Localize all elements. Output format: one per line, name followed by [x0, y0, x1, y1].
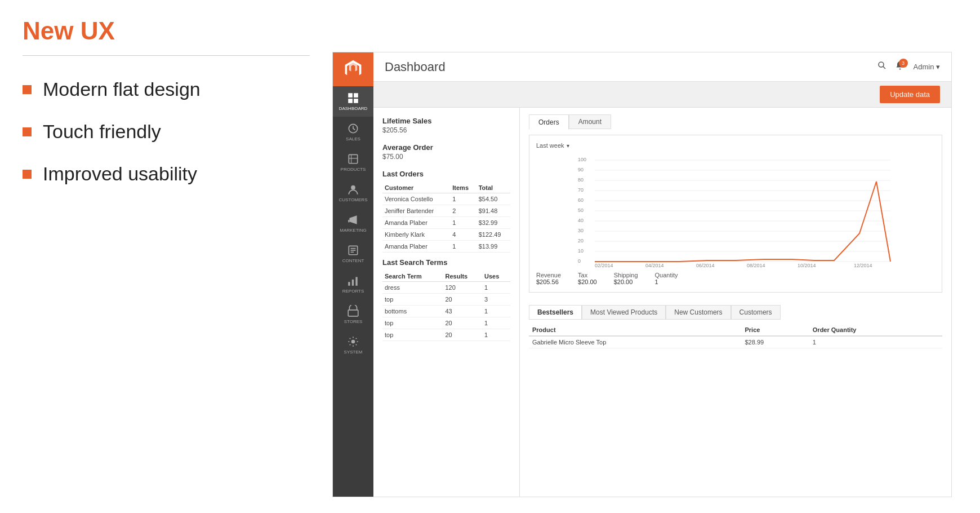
average-order-value: $75.00: [382, 153, 510, 161]
sidebar-item-reports[interactable]: REPORTS: [333, 269, 373, 299]
svg-text:60: 60: [578, 197, 583, 203]
search-term: top: [382, 317, 443, 329]
customer-name: Amanda Plaber: [382, 241, 450, 253]
bottom-tab-most-viewed-products[interactable]: Most Viewed Products: [582, 305, 666, 320]
search-term: dress: [382, 282, 443, 294]
svg-line-17: [883, 67, 885, 69]
lifetime-sales-label: Lifetime Sales: [382, 117, 510, 125]
admin-menu-button[interactable]: Admin ▾: [914, 63, 940, 71]
results-count: 20: [443, 294, 483, 306]
stat-label: Quantity: [655, 272, 678, 278]
svg-rect-3: [354, 99, 358, 103]
bullet-icon: [23, 85, 32, 94]
order-total: $13.99: [476, 241, 510, 253]
search-term: top: [382, 329, 443, 341]
chart-stat: Quantity1: [655, 272, 678, 285]
table-row: Amanda Plaber1$32.99: [382, 217, 510, 229]
right-panel: OrdersAmount Last week 100 90 80 70 60 5…: [520, 108, 951, 497]
svg-text:0: 0: [578, 258, 581, 264]
last-orders-table: Customer Items Total Veronica Costello1$…: [382, 183, 510, 253]
notifications-button[interactable]: 3: [896, 61, 905, 73]
results-count: 120: [443, 282, 483, 294]
table-row: Amanda Plaber1$13.99: [382, 241, 510, 253]
sidebar-label: CONTENT: [342, 258, 364, 263]
svg-text:12/2014: 12/2014: [854, 263, 872, 267]
table-row: top201: [382, 317, 510, 329]
customer-name: Kimberly Klark: [382, 229, 450, 241]
table-row: Veronica Costello1$54.50: [382, 193, 510, 205]
dashboard-title: Dashboard: [385, 60, 446, 74]
svg-rect-5: [349, 154, 357, 163]
bottom-tab-customers[interactable]: Customers: [731, 305, 781, 320]
sidebar-item-sales[interactable]: SALES: [333, 117, 373, 147]
sidebar-item-content[interactable]: CONTENT: [333, 238, 373, 269]
svg-text:20: 20: [578, 238, 583, 244]
action-bar: Update data: [373, 82, 951, 108]
sidebar-item-stores[interactable]: STORES: [333, 299, 373, 330]
customer-name: Amanda Plaber: [382, 217, 450, 229]
results-count: 20: [443, 329, 483, 341]
col-items: Items: [450, 183, 476, 193]
chart-tab-amount[interactable]: Amount: [569, 114, 611, 129]
svg-point-6: [351, 185, 355, 190]
col-qty: Order Quantity: [809, 324, 942, 336]
sidebar-item-marketing[interactable]: MARKETING: [333, 208, 373, 238]
chart-stat: Shipping$20.00: [614, 272, 638, 285]
chart-tab-orders[interactable]: Orders: [529, 114, 569, 130]
svg-rect-0: [348, 93, 353, 98]
svg-rect-2: [348, 99, 353, 103]
uses-count: 1: [482, 306, 510, 317]
svg-text:06/2014: 06/2014: [696, 263, 715, 267]
sidebar-label: CUSTOMERS: [339, 197, 368, 202]
svg-rect-12: [352, 280, 354, 286]
table-row: top203: [382, 294, 510, 306]
svg-point-16: [879, 62, 884, 67]
magento-logo-icon: [343, 59, 363, 79]
col-term: Search Term: [382, 271, 443, 282]
bottom-tab-new-customers[interactable]: New Customers: [666, 305, 730, 320]
items-count: 2: [450, 205, 476, 217]
dashboard-body: Lifetime Sales $205.56 Average Order $75…: [373, 108, 951, 497]
svg-text:30: 30: [578, 228, 583, 233]
stat-value: $20.00: [578, 278, 597, 285]
chart-area: 100 90 80 70 60 50 40 30 20 10 0: [536, 154, 935, 267]
svg-rect-1: [354, 93, 358, 98]
sidebar-item-customers[interactable]: CUSTOMERS: [333, 178, 373, 208]
average-order-section: Average Order $75.00: [382, 143, 510, 161]
update-data-button[interactable]: Update data: [880, 86, 940, 103]
bullet-list: Modern flat designTouch friendlyImproved…: [23, 78, 310, 185]
col-uses: Uses: [482, 271, 510, 282]
svg-text:40: 40: [578, 218, 583, 223]
svg-rect-11: [348, 282, 350, 286]
results-count: 43: [443, 306, 483, 317]
svg-text:02/2014: 02/2014: [595, 263, 613, 267]
customer-name: Veronica Costello: [382, 193, 450, 205]
table-row: dress1201: [382, 282, 510, 294]
uses-count: 1: [482, 329, 510, 341]
svg-text:100: 100: [578, 157, 586, 162]
order-qty: 1: [809, 336, 942, 348]
sidebar-item-products[interactable]: PRODUCTS: [333, 147, 373, 178]
customer-name: Jeniffer Bartender: [382, 205, 450, 217]
sidebar-item-system[interactable]: SYSTEM: [333, 330, 373, 360]
items-count: 1: [450, 217, 476, 229]
uses-count: 1: [482, 317, 510, 329]
main-content: Dashboard 3 Admin ▾: [373, 52, 951, 497]
product-name: Gabrielle Micro Sleeve Top: [529, 336, 741, 348]
chart-stat: Tax$20.00: [578, 272, 597, 285]
bottom-tabs: BestsellersMost Viewed ProductsNew Custo…: [529, 305, 942, 320]
search-button[interactable]: [877, 61, 887, 73]
uses-count: 3: [482, 294, 510, 306]
svg-text:08/2014: 08/2014: [747, 263, 765, 267]
bottom-tab-bestsellers[interactable]: Bestsellers: [529, 305, 582, 320]
chart-period[interactable]: Last week: [536, 142, 935, 149]
last-search-title: Last Search Terms: [382, 258, 510, 267]
order-total: $32.99: [476, 217, 510, 229]
top-bar: Dashboard 3 Admin ▾: [373, 52, 951, 82]
items-count: 1: [450, 241, 476, 253]
svg-text:70: 70: [578, 187, 583, 193]
svg-rect-13: [355, 277, 357, 285]
col-price: Price: [741, 324, 809, 336]
sidebar-item-dashboard[interactable]: DASHBOARD: [333, 86, 373, 117]
sidebar-label: SALES: [346, 136, 360, 141]
